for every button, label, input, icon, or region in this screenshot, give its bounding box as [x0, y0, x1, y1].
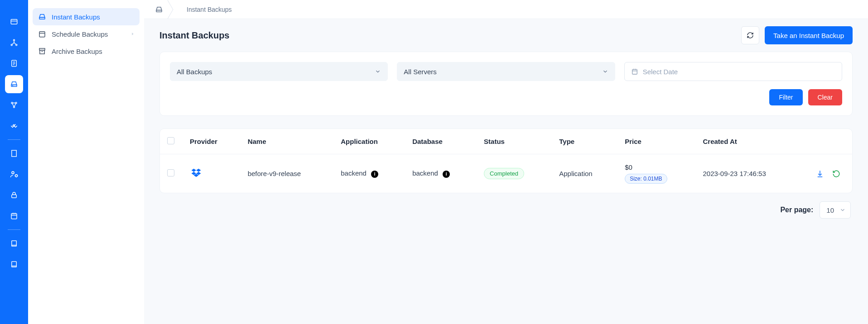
- svg-point-2: [14, 39, 15, 41]
- rail-item-security[interactable]: [5, 186, 23, 204]
- rail-item-calendar[interactable]: [5, 207, 23, 225]
- filter-button[interactable]: Filter: [769, 89, 802, 105]
- svg-point-11: [11, 102, 13, 104]
- sidebar-item-schedule-backups[interactable]: Schedule Backups: [33, 25, 140, 43]
- sidebar-item-label: Schedule Backups: [52, 30, 108, 38]
- rail-item-book1[interactable]: [5, 234, 23, 253]
- col-created-at: Created At: [695, 129, 802, 154]
- svg-point-21: [12, 172, 14, 174]
- per-page-value: 10: [826, 206, 834, 214]
- status-badge: Completed: [484, 168, 524, 179]
- network-icon: [10, 101, 18, 109]
- svg-rect-14: [12, 150, 17, 157]
- svg-point-13: [14, 106, 15, 108]
- clear-button[interactable]: Clear: [808, 89, 842, 105]
- svg-rect-39: [632, 69, 637, 74]
- sidebar-item-label: Archive Backups: [52, 48, 102, 55]
- per-page-label: Per page:: [780, 206, 813, 214]
- breadcrumb-home[interactable]: [150, 1, 168, 18]
- cell-application: backend: [341, 169, 366, 177]
- book-icon: [10, 239, 18, 248]
- col-provider: Provider: [183, 129, 241, 154]
- drive-icon: [38, 13, 46, 21]
- dropbox-icon: [190, 167, 203, 180]
- row-checkbox[interactable]: [167, 169, 174, 176]
- document-icon: [10, 59, 18, 67]
- svg-point-12: [15, 102, 17, 104]
- book-icon: [10, 260, 18, 268]
- rail-item-network[interactable]: [5, 96, 23, 114]
- rail-separator: [8, 139, 20, 140]
- rail-item-team[interactable]: [5, 165, 23, 183]
- svg-rect-36: [40, 50, 45, 54]
- caret-right-icon: [130, 32, 135, 36]
- svg-rect-32: [39, 18, 45, 19]
- download-button[interactable]: [816, 170, 824, 178]
- rail-item-book2[interactable]: [5, 255, 23, 273]
- secondary-nav: Instant Backups Schedule Backups Archive…: [28, 0, 144, 324]
- svg-point-22: [15, 175, 18, 177]
- sidebar-item-archive-backups[interactable]: Archive Backups: [33, 43, 140, 60]
- svg-rect-0: [11, 19, 17, 24]
- servers-filter-select[interactable]: All Servers: [397, 62, 615, 81]
- col-status: Status: [477, 129, 552, 154]
- select-value: All Backups: [177, 68, 212, 76]
- table-row: before-v9-release backend i backend i Co…: [160, 154, 852, 193]
- lock-icon: [10, 191, 18, 199]
- drive-icon: [155, 5, 163, 14]
- rail-item-backups[interactable]: [5, 75, 23, 93]
- filter-card: All Backups All Servers: [159, 52, 853, 116]
- cell-created-at: 2023-09-23 17:46:53: [695, 154, 802, 193]
- refresh-button[interactable]: [741, 26, 759, 44]
- chevron-down-icon: [839, 207, 846, 213]
- backups-filter-select[interactable]: All Backups: [170, 62, 388, 81]
- rail-item-building[interactable]: [5, 144, 23, 162]
- per-page-select[interactable]: 10: [820, 201, 851, 219]
- breadcrumb-separator: [168, 0, 178, 19]
- cell-name: before-v9-release: [241, 154, 334, 193]
- primary-nav-rail: [0, 0, 28, 324]
- nodes-icon: [10, 38, 18, 47]
- select-all-checkbox[interactable]: [167, 137, 174, 144]
- rail-item-handshake[interactable]: [5, 117, 23, 135]
- backups-table: Provider Name Application Database Statu…: [159, 129, 853, 193]
- rail-item-cluster[interactable]: [5, 33, 23, 52]
- breadcrumb-current: Instant Backups: [187, 6, 232, 13]
- col-database: Database: [405, 129, 477, 154]
- take-instant-backup-button[interactable]: Take an Instant Backup: [765, 26, 853, 44]
- cell-price: $0: [625, 163, 688, 171]
- calendar-icon: [631, 68, 638, 75]
- cell-type: Application: [552, 154, 617, 193]
- size-badge: Size: 0.01MB: [625, 174, 667, 184]
- rail-item-document[interactable]: [5, 54, 23, 72]
- rail-item-dashboard[interactable]: [5, 13, 23, 31]
- calendar-icon: [10, 212, 18, 220]
- select-value: All Servers: [404, 68, 437, 76]
- col-name: Name: [241, 129, 334, 154]
- info-icon[interactable]: i: [371, 171, 378, 178]
- sidebar-item-instant-backups[interactable]: Instant Backups: [33, 8, 140, 25]
- refresh-icon: [747, 32, 754, 39]
- svg-rect-9: [11, 85, 17, 87]
- page-title: Instant Backups: [159, 30, 229, 41]
- sidebar-item-label: Instant Backups: [52, 13, 100, 21]
- svg-rect-38: [156, 10, 162, 12]
- calendar-icon: [38, 30, 46, 38]
- download-icon: [816, 170, 824, 178]
- archive-icon: [38, 47, 46, 55]
- users-gear-icon: [10, 170, 19, 179]
- date-filter-input[interactable]: Select Date: [624, 62, 842, 81]
- breadcrumb: Instant Backups: [144, 0, 868, 19]
- col-type: Type: [552, 129, 617, 154]
- restore-button[interactable]: [832, 170, 840, 178]
- svg-rect-24: [11, 214, 17, 219]
- cell-database: backend: [412, 169, 438, 177]
- svg-point-4: [16, 44, 17, 46]
- info-icon[interactable]: i: [443, 171, 450, 178]
- svg-point-3: [11, 44, 12, 46]
- col-application: Application: [333, 129, 405, 154]
- svg-rect-33: [39, 32, 45, 37]
- building-icon: [10, 149, 18, 157]
- svg-rect-23: [12, 195, 17, 198]
- main-content: Instant Backups Instant Backups Take an …: [144, 0, 868, 324]
